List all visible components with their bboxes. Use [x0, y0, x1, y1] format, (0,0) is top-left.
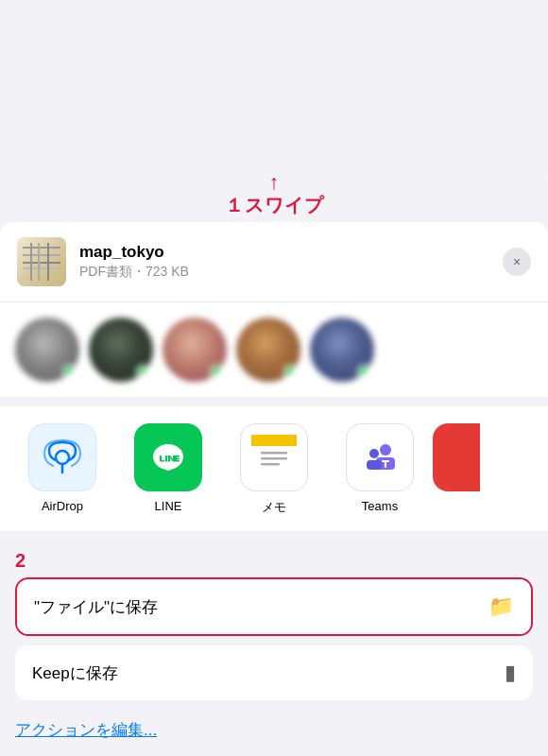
- section-divider: [0, 397, 548, 406]
- swipe-hint: ↑ １スワイプ: [0, 164, 548, 222]
- memo-icon: [240, 423, 308, 491]
- teams-icon: [346, 423, 414, 491]
- svg-rect-5: [251, 440, 297, 446]
- action-list: 2 "ファイル"に保存 📁 Keepに保存 ▮ アクションを編集...: [0, 541, 548, 756]
- people-row: [0, 301, 548, 397]
- file-info: map_tokyo PDF書類・723 KB: [79, 243, 489, 281]
- person-avatar-3[interactable]: [163, 318, 227, 382]
- memo-label: メモ: [262, 499, 286, 516]
- partial-icon: [433, 423, 480, 491]
- svg-point-14: [369, 449, 379, 458]
- folder-icon: 📁: [488, 594, 514, 619]
- person-avatar-2[interactable]: [89, 318, 153, 382]
- apps-row: AirDrop LINE: [0, 406, 548, 531]
- file-meta: PDF書類・723 KB: [79, 264, 489, 281]
- line-icon: [134, 423, 202, 491]
- swipe-arrow-icon: ↑: [269, 172, 280, 193]
- step-2-label: 2: [15, 541, 533, 577]
- svg-rect-8: [261, 463, 280, 466]
- svg-rect-6: [261, 452, 287, 455]
- file-name: map_tokyo: [79, 243, 489, 262]
- app-item-line[interactable]: LINE: [115, 423, 221, 516]
- svg-rect-15: [367, 460, 382, 470]
- edit-actions-link[interactable]: アクションを編集...: [15, 710, 533, 756]
- app-item-teams[interactable]: Teams: [327, 423, 433, 516]
- file-thumbnail: [17, 237, 66, 286]
- save-keep-item[interactable]: Keepに保存 ▮: [15, 645, 533, 700]
- close-button[interactable]: ×: [503, 248, 531, 276]
- airdrop-icon: [28, 423, 96, 491]
- file-header: map_tokyo PDF書類・723 KB ×: [0, 222, 548, 301]
- save-files-item[interactable]: "ファイル"に保存 📁: [17, 579, 531, 634]
- bookmark-icon: ▮: [505, 661, 516, 685]
- app-item-airdrop[interactable]: AirDrop: [9, 423, 115, 516]
- swipe-label: １スワイプ: [225, 193, 324, 218]
- svg-point-0: [56, 451, 69, 464]
- airdrop-label: AirDrop: [42, 499, 83, 513]
- line-label: LINE: [155, 499, 182, 513]
- app-item-memo[interactable]: メモ: [221, 423, 327, 516]
- teams-label: Teams: [362, 499, 398, 513]
- app-item-partial: [433, 423, 480, 516]
- svg-point-10: [380, 444, 391, 455]
- person-avatar-1[interactable]: [15, 318, 79, 382]
- person-avatar-5[interactable]: [310, 318, 374, 382]
- save-files-text: "ファイル"に保存: [34, 596, 158, 618]
- save-files-card[interactable]: "ファイル"に保存 📁: [15, 577, 533, 636]
- svg-rect-13: [385, 460, 386, 468]
- svg-rect-7: [261, 457, 287, 460]
- person-avatar-4[interactable]: [236, 318, 300, 382]
- section-divider-2: [0, 531, 548, 541]
- save-keep-text: Keepに保存: [32, 662, 118, 684]
